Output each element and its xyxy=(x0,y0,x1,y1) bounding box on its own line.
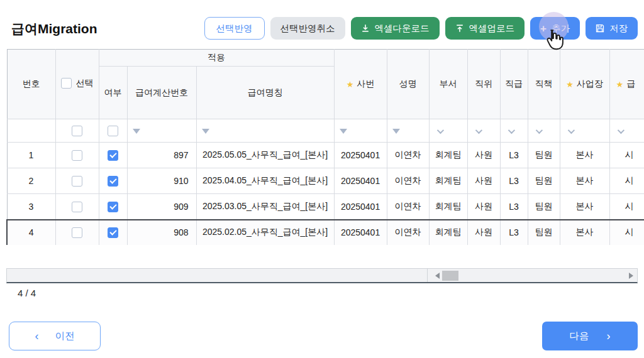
col-header-grade: 직급 xyxy=(500,50,528,119)
chevron-left-icon: ‹ xyxy=(35,330,39,342)
chevron-down-icon[interactable] xyxy=(617,127,624,134)
table-row: 3 909 2025.03.05_사무직_급여_[본사] 20250401 이연… xyxy=(7,194,644,220)
cell-name[interactable]: 이연차 xyxy=(387,220,429,246)
cancel-selection-button[interactable]: 선택반영취소 xyxy=(270,17,345,40)
cell-payname[interactable]: 2025.04.05_사무직_급여_[본사] xyxy=(196,168,334,194)
filter-cell-select xyxy=(55,119,99,143)
scroll-right-arrow[interactable] xyxy=(629,273,633,279)
cell-role[interactable]: 팀원 xyxy=(528,194,560,220)
cell-payname[interactable]: 2025.03.05_사무직_급여_[본사] xyxy=(196,194,334,220)
chevron-down-icon[interactable] xyxy=(475,127,482,134)
cell-name[interactable]: 이연차 xyxy=(387,143,429,168)
horizontal-scrollbar[interactable] xyxy=(6,268,638,283)
cell-name[interactable]: 이연차 xyxy=(387,194,429,220)
filter-icon[interactable] xyxy=(202,129,209,134)
cell-worksite[interactable]: 본사 xyxy=(560,143,609,168)
row-apply-checkbox[interactable] xyxy=(108,227,118,238)
row-apply-checkbox[interactable] xyxy=(108,150,118,161)
migration-grid: 번호 선택 적용 ★ 사번 성명 부서 직위 직급 xyxy=(6,49,644,245)
filter-cell-calcno xyxy=(127,119,196,143)
cell-calcno[interactable]: 910 xyxy=(127,168,196,194)
cell-empno[interactable]: 20250401 xyxy=(334,220,387,246)
col-header-empno: ★ 사번 xyxy=(334,50,387,119)
cell-worksite[interactable]: 본사 xyxy=(560,194,609,220)
cell-role[interactable]: 팀원 xyxy=(528,220,560,246)
cell-grade[interactable]: L3 xyxy=(500,143,528,168)
previous-button[interactable]: ‹ 이전 xyxy=(9,322,101,350)
chevron-down-icon[interactable] xyxy=(567,127,574,134)
row-select-checkbox[interactable] xyxy=(72,176,82,187)
chevron-down-icon[interactable] xyxy=(436,127,443,134)
cell-position[interactable]: 사원 xyxy=(467,168,500,194)
row-apply-checkbox[interactable] xyxy=(108,202,118,212)
cell-name[interactable]: 이연차 xyxy=(387,168,429,194)
cell-paytype[interactable]: 시 xyxy=(609,220,644,246)
select-filter-checkbox[interactable] xyxy=(72,126,82,136)
cell-no[interactable]: 3 xyxy=(7,194,55,220)
cell-no[interactable]: 4 xyxy=(7,220,55,246)
cell-calcno[interactable]: 897 xyxy=(127,143,196,168)
next-button[interactable]: 다음 › xyxy=(542,322,638,350)
cell-paytype[interactable]: 시 xyxy=(609,143,644,168)
row-select-checkbox[interactable] xyxy=(72,150,82,161)
cell-dept[interactable]: 회계팀 xyxy=(429,220,467,246)
excel-download-button[interactable]: 엑셀다운로드 xyxy=(351,17,440,40)
scrollbar-thumb[interactable] xyxy=(442,271,458,281)
cell-worksite[interactable]: 본사 xyxy=(560,220,609,246)
cell-grade[interactable]: L3 xyxy=(500,220,528,246)
table-row: 2 910 2025.04.05_사무직_급여_[본사] 20250401 이연… xyxy=(7,168,644,194)
page-title: 급여Migration xyxy=(11,20,97,38)
filter-icon[interactable] xyxy=(340,129,347,134)
required-star-icon: ★ xyxy=(347,80,354,89)
previous-label: 이전 xyxy=(55,330,75,343)
cell-no[interactable]: 1 xyxy=(7,143,55,168)
chevron-down-icon[interactable] xyxy=(535,127,542,134)
row-select-checkbox[interactable] xyxy=(72,202,82,212)
save-button[interactable]: 저장 xyxy=(586,17,638,40)
filter-icon[interactable] xyxy=(392,129,400,134)
apply-selection-button[interactable]: 선택반영 xyxy=(204,17,265,40)
cell-apply xyxy=(99,143,127,168)
filter-cell-dept xyxy=(429,119,467,143)
cell-worksite[interactable]: 본사 xyxy=(560,168,609,194)
cell-paytype[interactable]: 시 xyxy=(609,168,644,194)
row-select-checkbox[interactable] xyxy=(72,227,82,238)
filter-icon[interactable] xyxy=(133,129,140,134)
cell-role[interactable]: 팀원 xyxy=(528,168,560,194)
chevron-down-icon[interactable] xyxy=(508,127,514,134)
cell-dept[interactable]: 회계팀 xyxy=(429,194,467,220)
cell-grade[interactable]: L3 xyxy=(500,168,528,194)
cell-payname[interactable]: 2025.02.05_사무직_급여_[본사] xyxy=(196,220,334,246)
cell-empno[interactable]: 20250401 xyxy=(334,194,387,220)
cell-paytype[interactable]: 시 xyxy=(609,194,644,220)
row-apply-checkbox[interactable] xyxy=(108,176,118,187)
cell-apply xyxy=(99,194,127,220)
cell-select xyxy=(55,168,99,194)
cell-no[interactable]: 2 xyxy=(7,168,55,194)
frozen-pane-divider xyxy=(427,269,428,282)
add-button[interactable]: + 추가 xyxy=(530,17,580,40)
row-count: 4 / 4 xyxy=(18,288,36,298)
save-icon xyxy=(596,24,604,33)
apply-yn-filter-checkbox[interactable] xyxy=(108,126,118,136)
cell-position[interactable]: 사원 xyxy=(467,143,500,168)
cell-empno[interactable]: 20250401 xyxy=(334,143,387,168)
cell-position[interactable]: 사원 xyxy=(467,220,500,246)
cell-dept[interactable]: 회계팀 xyxy=(429,168,467,194)
cell-grade[interactable]: L3 xyxy=(500,194,528,220)
col-header-apply-yn: 여부 xyxy=(99,67,127,119)
cell-empno[interactable]: 20250401 xyxy=(334,168,387,194)
col-header-worksite: ★ 사업장 xyxy=(560,50,609,119)
scroll-left-arrow[interactable] xyxy=(435,273,440,279)
excel-upload-button[interactable]: 엑셀업로드 xyxy=(445,17,525,40)
download-icon xyxy=(361,24,370,33)
cell-dept[interactable]: 회계팀 xyxy=(429,143,467,168)
cell-calcno[interactable]: 909 xyxy=(127,194,196,220)
col-header-select: 선택 xyxy=(55,50,99,119)
cell-role[interactable]: 팀원 xyxy=(528,143,560,168)
cell-payname[interactable]: 2025.05.05_사무직_급여_[본사] xyxy=(196,143,334,168)
cell-position[interactable]: 사원 xyxy=(467,194,500,220)
next-label: 다음 xyxy=(570,330,589,343)
cell-calcno[interactable]: 908 xyxy=(127,220,196,246)
select-all-checkbox[interactable] xyxy=(61,78,72,89)
